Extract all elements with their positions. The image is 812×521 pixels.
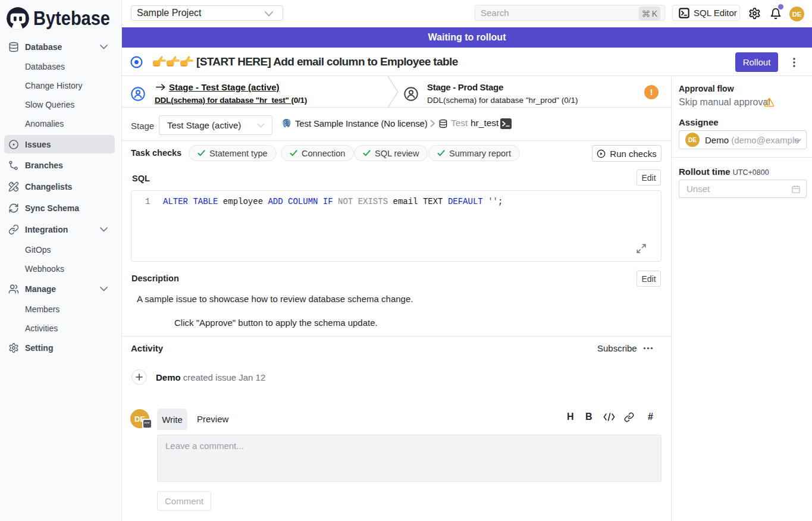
svg-text:Bytebase: Bytebase — [33, 7, 110, 29]
